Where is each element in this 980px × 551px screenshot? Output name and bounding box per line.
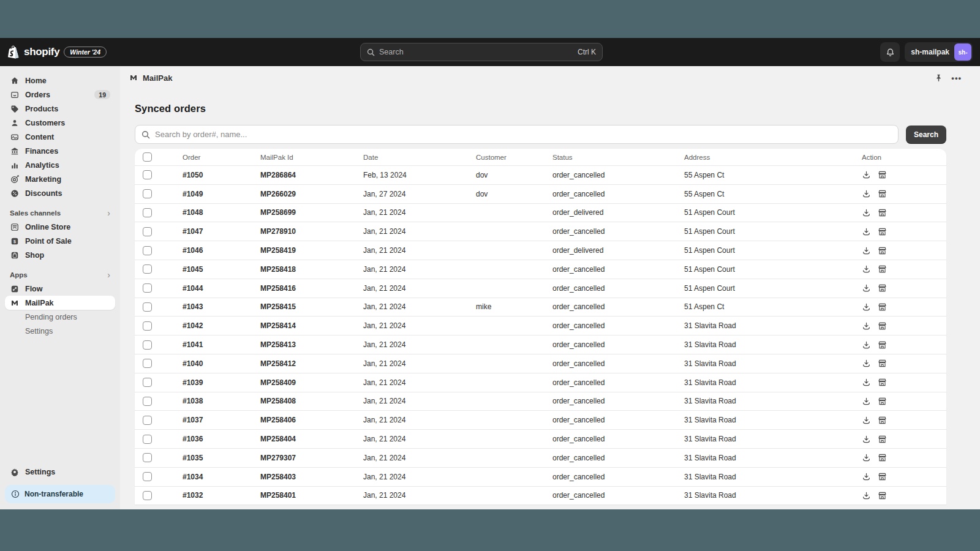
store-icon[interactable]: [878, 283, 887, 293]
store-icon[interactable]: [878, 246, 887, 255]
download-icon[interactable]: [862, 321, 871, 331]
row-checkbox[interactable]: [143, 378, 152, 387]
row-checkbox[interactable]: [143, 359, 152, 368]
download-icon[interactable]: [862, 170, 871, 179]
table-row[interactable]: #1050 MP286864 Feb, 13 2024 dov order_ca…: [135, 165, 946, 184]
column-header-address[interactable]: Address: [677, 154, 854, 161]
row-checkbox[interactable]: [143, 227, 152, 236]
more-menu-icon[interactable]: •••: [951, 73, 962, 83]
sidebar-item-point-of-sale[interactable]: $ Point of Sale: [5, 234, 115, 248]
download-icon[interactable]: [862, 227, 871, 236]
store-icon[interactable]: [878, 189, 887, 198]
search-button[interactable]: Search: [906, 126, 946, 144]
row-checkbox[interactable]: [143, 246, 152, 255]
table-row[interactable]: #1047 MP278910 Jan, 21 2024 order_cancel…: [135, 222, 946, 241]
store-icon[interactable]: [878, 227, 887, 236]
download-icon[interactable]: [862, 359, 871, 368]
row-checkbox[interactable]: [143, 340, 152, 350]
order-search-input[interactable]: [155, 130, 892, 139]
row-checkbox[interactable]: [143, 435, 152, 444]
row-checkbox[interactable]: [143, 189, 152, 198]
sidebar-item-finances[interactable]: Finances: [5, 144, 115, 158]
row-checkbox[interactable]: [143, 264, 152, 274]
store-icon[interactable]: [878, 264, 887, 274]
table-row[interactable]: #1049 MP266029 Jan, 27 2024 dov order_ca…: [135, 184, 946, 203]
apps-section[interactable]: Apps ›: [5, 271, 115, 279]
notifications-button[interactable]: [880, 42, 900, 62]
row-checkbox[interactable]: [143, 208, 152, 217]
download-icon[interactable]: [862, 189, 871, 198]
column-header-date[interactable]: Date: [356, 154, 469, 161]
sidebar-item-orders[interactable]: Orders 19: [5, 88, 115, 102]
row-checkbox[interactable]: [143, 491, 152, 500]
row-checkbox[interactable]: [143, 321, 152, 331]
store-icon[interactable]: [878, 321, 887, 331]
sidebar-item-content[interactable]: Content: [5, 130, 115, 144]
sidebar-item-marketing[interactable]: Marketing: [5, 172, 115, 186]
table-row[interactable]: #1036 MP258404 Jan, 21 2024 order_cancel…: [135, 429, 946, 448]
shopify-logo[interactable]: shopify Winter '24: [7, 45, 107, 59]
table-row[interactable]: #1035 MP279307 Jan, 21 2024 order_cancel…: [135, 448, 946, 467]
download-icon[interactable]: [862, 472, 871, 481]
table-row[interactable]: #1037 MP258406 Jan, 21 2024 order_cancel…: [135, 410, 946, 429]
sales-channels-section[interactable]: Sales channels ›: [5, 209, 115, 217]
non-transferable-notice[interactable]: Non-transferable: [5, 485, 115, 503]
sidebar-item-settings[interactable]: Settings: [5, 465, 115, 479]
row-checkbox[interactable]: [143, 472, 152, 481]
row-checkbox[interactable]: [143, 302, 152, 312]
store-icon[interactable]: [878, 208, 887, 217]
download-icon[interactable]: [862, 246, 871, 255]
table-row[interactable]: #1041 MP258413 Jan, 21 2024 order_cancel…: [135, 335, 946, 354]
select-all-checkbox[interactable]: [143, 152, 152, 162]
download-icon[interactable]: [862, 302, 871, 312]
store-icon[interactable]: [878, 416, 887, 425]
table-row[interactable]: #1043 MP258415 Jan, 21 2024 mike order_c…: [135, 298, 946, 317]
table-row[interactable]: #1042 MP258414 Jan, 21 2024 order_cancel…: [135, 316, 946, 335]
sidebar-subitem-pending-orders[interactable]: Pending orders: [5, 310, 115, 324]
sidebar-item-home[interactable]: Home: [5, 73, 115, 88]
sidebar-item-discounts[interactable]: Discounts: [5, 186, 115, 200]
table-row[interactable]: #1038 MP258408 Jan, 21 2024 order_cancel…: [135, 392, 946, 411]
store-icon[interactable]: [878, 378, 887, 387]
sidebar-item-customers[interactable]: Customers: [5, 116, 115, 130]
download-icon[interactable]: [862, 264, 871, 274]
row-checkbox[interactable]: [143, 397, 152, 406]
table-row[interactable]: #1045 MP258418 Jan, 21 2024 order_cancel…: [135, 260, 946, 279]
table-row[interactable]: #1032 MP258401 Jan, 21 2024 order_cancel…: [135, 486, 946, 505]
table-row[interactable]: #1048 MP258699 Jan, 21 2024 order_delive…: [135, 203, 946, 222]
download-icon[interactable]: [862, 208, 871, 217]
store-icon[interactable]: [878, 170, 887, 179]
table-row[interactable]: #1046 MP258419 Jan, 21 2024 order_delive…: [135, 241, 946, 260]
sidebar-item-mailpak[interactable]: MailPak: [5, 296, 115, 310]
store-icon[interactable]: [878, 435, 887, 444]
row-checkbox[interactable]: [143, 283, 152, 293]
row-checkbox[interactable]: [143, 453, 152, 462]
sidebar-item-shop[interactable]: Shop: [5, 248, 115, 262]
row-checkbox[interactable]: [143, 170, 152, 179]
sidebar-subitem-settings[interactable]: Settings: [5, 324, 115, 338]
download-icon[interactable]: [862, 416, 871, 425]
store-icon[interactable]: [878, 397, 887, 406]
sidebar-item-flow[interactable]: Flow: [5, 282, 115, 296]
store-icon[interactable]: [878, 340, 887, 350]
store-icon[interactable]: [878, 453, 887, 462]
store-icon[interactable]: [878, 302, 887, 312]
table-row[interactable]: #1044 MP258416 Jan, 21 2024 order_cancel…: [135, 279, 946, 298]
download-icon[interactable]: [862, 435, 871, 444]
store-icon[interactable]: [878, 472, 887, 481]
column-header-mailpak-id[interactable]: MailPak Id: [253, 154, 356, 161]
download-icon[interactable]: [862, 491, 871, 500]
account-menu[interactable]: sh-mailpak sh-: [905, 42, 973, 62]
download-icon[interactable]: [862, 453, 871, 462]
column-header-action[interactable]: Action: [854, 154, 946, 161]
global-search[interactable]: Search Ctrl K: [360, 43, 603, 61]
order-search-field[interactable]: [135, 125, 899, 144]
pin-icon[interactable]: [935, 74, 943, 82]
sidebar-item-online-store[interactable]: Online Store: [5, 220, 115, 234]
table-row[interactable]: #1034 MP258403 Jan, 21 2024 order_cancel…: [135, 467, 946, 486]
sidebar-item-analytics[interactable]: Analytics: [5, 158, 115, 172]
download-icon[interactable]: [862, 378, 871, 387]
row-checkbox[interactable]: [143, 416, 152, 425]
column-header-customer[interactable]: Customer: [469, 154, 545, 161]
store-icon[interactable]: [878, 359, 887, 368]
